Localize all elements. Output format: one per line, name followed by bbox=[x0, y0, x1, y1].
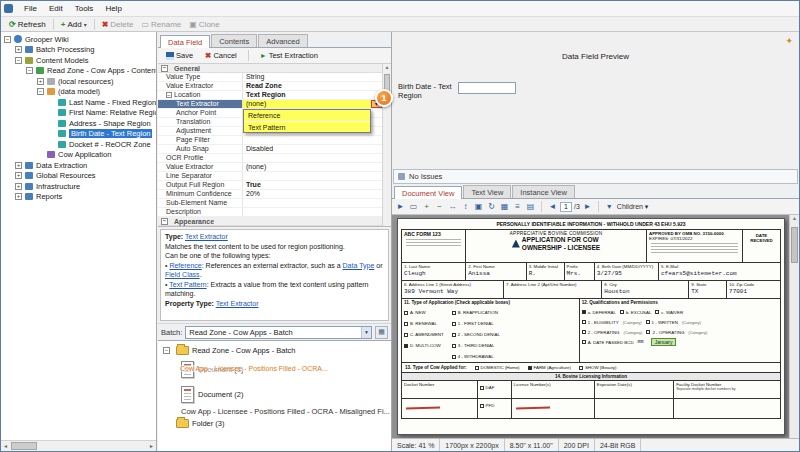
expand-icon[interactable]: + bbox=[37, 78, 44, 85]
scrollbar-thumb[interactable] bbox=[791, 227, 798, 263]
magic-wand-icon[interactable]: ✦ bbox=[785, 36, 793, 46]
tree-item-data-model[interactable]: −(data model) bbox=[1, 87, 156, 98]
zoom-out-icon[interactable]: − bbox=[434, 201, 445, 212]
document-viewport[interactable]: PERSONALLY IDENTIFIABLE INFORMATION - WI… bbox=[392, 215, 799, 438]
expand-icon[interactable]: + bbox=[15, 172, 22, 179]
scroll-left-icon[interactable]: ◄ bbox=[1, 442, 10, 451]
prop-line-separator[interactable]: Line Separator bbox=[158, 172, 382, 181]
tree-item-content-model[interactable]: −Read Zone - Cow Apps - Content Mo bbox=[1, 66, 156, 77]
rename-button[interactable]: ▭Rename bbox=[137, 18, 185, 31]
collapse-icon[interactable]: − bbox=[37, 88, 44, 95]
tab-advanced[interactable]: Advanced bbox=[258, 34, 307, 47]
tree-item-batch-processing[interactable]: +Batch Processing bbox=[1, 45, 156, 56]
tree-item-grooper-wiki[interactable]: −Grooper Wiki bbox=[1, 34, 156, 45]
menu-file[interactable]: File bbox=[18, 3, 43, 14]
scrollbar-thumb[interactable] bbox=[11, 442, 37, 450]
batch-folder-3[interactable]: Folder (3) bbox=[163, 417, 391, 430]
region-select-icon[interactable]: ▭ bbox=[408, 201, 419, 212]
tree-item-local-resources[interactable]: +(local resources) bbox=[1, 76, 156, 87]
collapse-icon[interactable]: − bbox=[166, 92, 172, 98]
tree-item-cow-application[interactable]: Cow Application bbox=[1, 150, 156, 161]
prop-minimum-confidence[interactable]: Minimum Confidence20% bbox=[158, 190, 382, 199]
prop-auto-snap[interactable]: Auto SnapDisabled bbox=[158, 145, 382, 154]
batch-root-folder[interactable]: −Read Zone - Cow Apps - Batch bbox=[163, 344, 391, 357]
category-general[interactable]: −General bbox=[158, 64, 382, 73]
children-dropdown[interactable]: Children ▾ bbox=[617, 203, 649, 211]
dropdown-item-reference[interactable]: Reference bbox=[244, 110, 370, 121]
fit-height-icon[interactable]: ↕ bbox=[460, 201, 471, 212]
tree-item-infrastructure[interactable]: +Infrastructure bbox=[1, 181, 156, 192]
thumbnails-icon[interactable]: ▦ bbox=[499, 201, 510, 212]
expand-icon[interactable]: + bbox=[15, 46, 22, 53]
scroll-right-icon[interactable]: ► bbox=[147, 442, 156, 451]
dropdown-item-text-pattern[interactable]: Text Pattern bbox=[244, 121, 370, 132]
previous-page-icon[interactable]: ◄ bbox=[547, 201, 558, 212]
text-extractor-link[interactable]: Text Extractor bbox=[185, 233, 228, 240]
menu-tools[interactable]: Tools bbox=[69, 3, 100, 14]
text-pattern-link[interactable]: Text Pattern bbox=[169, 281, 206, 288]
test-extraction-button[interactable]: ►Test Extraction bbox=[256, 49, 322, 62]
prop-value-extractor-2[interactable]: Value Extractor(none) bbox=[158, 163, 382, 172]
tab-document-view[interactable]: Document View bbox=[394, 186, 462, 199]
cancel-button[interactable]: ✖Cancel bbox=[201, 49, 241, 62]
page-number-box[interactable]: 1 bbox=[560, 202, 572, 212]
next-page-icon[interactable]: ► bbox=[582, 201, 593, 212]
property-type-link[interactable]: Text Extractor bbox=[216, 300, 259, 307]
collapse-icon[interactable]: − bbox=[163, 347, 170, 354]
document-vertical-scrollbar[interactable]: ▲ bbox=[789, 215, 799, 438]
expand-icon[interactable]: + bbox=[15, 162, 22, 169]
tab-text-view[interactable]: Text View bbox=[463, 185, 511, 198]
collapse-icon[interactable]: − bbox=[161, 218, 168, 225]
data-type-link[interactable]: Data Type bbox=[343, 262, 375, 269]
tree-item-last-name[interactable]: Last Name - Fixed Region bbox=[1, 97, 156, 108]
tree-item-docket[interactable]: Docket # - ReOCR Zone bbox=[1, 139, 156, 150]
expand-icon[interactable]: + bbox=[15, 183, 22, 190]
collapse-icon[interactable]: − bbox=[161, 65, 168, 72]
refresh-button[interactable]: ⟳Refresh bbox=[5, 18, 50, 31]
collapse-icon[interactable]: − bbox=[26, 67, 33, 74]
tree-item-global-resources[interactable]: +Global Resources bbox=[1, 171, 156, 182]
menu-help[interactable]: Help bbox=[99, 3, 127, 14]
batch-options-icon[interactable]: ▦ bbox=[375, 326, 388, 339]
field-preview-input[interactable] bbox=[458, 82, 516, 94]
tree-item-content-models[interactable]: −Content Models bbox=[1, 55, 156, 66]
prop-description[interactable]: Description bbox=[158, 208, 382, 217]
prop-ocr-profile[interactable]: OCR Profile bbox=[158, 154, 382, 163]
tab-instance-view[interactable]: Instance View bbox=[512, 185, 575, 198]
tree-item-data-extraction[interactable]: +Data Extraction bbox=[1, 160, 156, 171]
reference-link[interactable]: Reference bbox=[169, 262, 201, 269]
prop-sub-element-name[interactable]: Sub-Element Name bbox=[158, 199, 382, 208]
prop-output-full-region[interactable]: Output Full RegionTrue bbox=[158, 181, 382, 190]
fit-page-icon[interactable]: ▣ bbox=[473, 201, 484, 212]
prop-page-filter[interactable]: Page Filter bbox=[158, 136, 382, 145]
add-button[interactable]: +Add▾ bbox=[57, 18, 91, 31]
tab-contents[interactable]: Contents bbox=[211, 34, 257, 47]
prop-text-extractor[interactable]: Text Extractor(none)▾ bbox=[158, 100, 382, 109]
tree-horizontal-scrollbar[interactable]: ◄► bbox=[1, 440, 156, 451]
tree-item-reports[interactable]: +Reports bbox=[1, 192, 156, 203]
prop-location[interactable]: −LocationText Region bbox=[158, 91, 382, 100]
prop-value-extractor[interactable]: Value ExtractorRead Zone bbox=[158, 82, 382, 91]
layers-icon[interactable]: ≡ bbox=[512, 201, 523, 212]
tree-item-birth-date[interactable]: Birth Date - Text Region bbox=[1, 129, 156, 140]
expand-icon[interactable]: + bbox=[15, 193, 22, 200]
save-button[interactable]: Save bbox=[162, 49, 197, 62]
menu-edit[interactable]: Edit bbox=[43, 3, 69, 14]
rotate-icon[interactable]: ↻ bbox=[486, 201, 497, 212]
clone-button[interactable]: ▣Clone bbox=[185, 18, 223, 31]
fit-width-icon[interactable]: ↔ bbox=[447, 201, 458, 212]
select-icon[interactable]: ► bbox=[395, 201, 406, 212]
highlight-icon[interactable]: ▤ bbox=[525, 201, 536, 212]
tree-item-first-name[interactable]: First Name: Relative Region bbox=[1, 108, 156, 119]
collapse-icon[interactable]: − bbox=[4, 36, 11, 43]
collapse-icon[interactable]: − bbox=[15, 57, 22, 64]
field-class-link[interactable]: Field Class bbox=[165, 271, 200, 278]
category-appearance[interactable]: −Appearance bbox=[158, 217, 382, 226]
prop-value-type[interactable]: Value TypeString bbox=[158, 73, 382, 82]
batch-document-2[interactable]: Document (2) bbox=[163, 382, 391, 407]
tree-item-address[interactable]: Address - Shape Region bbox=[1, 118, 156, 129]
batch-dropdown[interactable]: Read Zone - Cow Apps - Batch▼ bbox=[185, 326, 372, 339]
delete-button[interactable]: ✖Delete bbox=[98, 18, 138, 31]
tab-data-field[interactable]: Data Field bbox=[160, 35, 210, 48]
zoom-in-icon[interactable]: + bbox=[421, 201, 432, 212]
